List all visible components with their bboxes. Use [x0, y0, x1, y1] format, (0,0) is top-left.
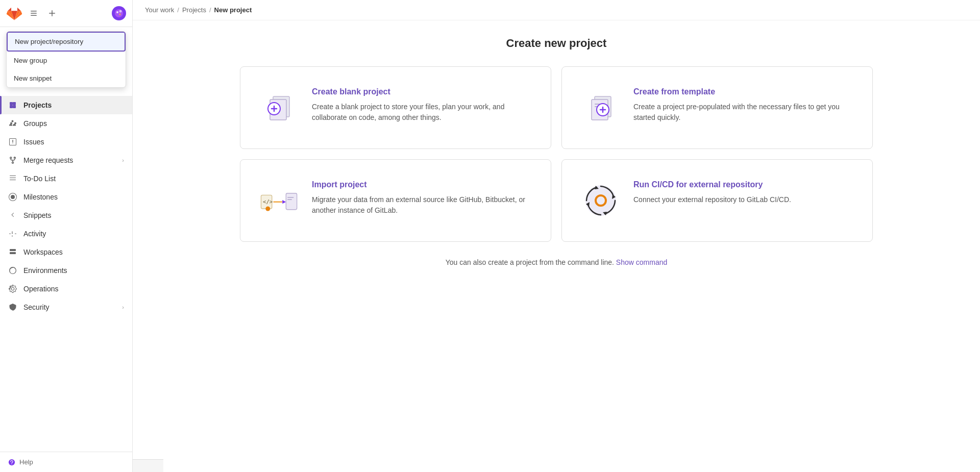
- svg-point-9: [11, 463, 12, 464]
- svg-point-4: [115, 9, 123, 17]
- svg-rect-1: [31, 13, 37, 14]
- breadcrumb-projects[interactable]: Projects: [182, 6, 206, 14]
- svg-point-5: [116, 11, 118, 13]
- breadcrumb-your-work[interactable]: Your work: [145, 6, 174, 14]
- breadcrumb-sep-1: /: [177, 6, 179, 14]
- sidebar-item-activity[interactable]: Activity: [0, 225, 132, 243]
- environments-icon: [8, 266, 17, 275]
- sidebar-item-milestones-label: Milestones: [23, 193, 58, 201]
- sidebar-item-environments[interactable]: Environments: [0, 261, 132, 280]
- sidebar-toggle-button[interactable]: [27, 6, 41, 20]
- page-title: Create new project: [157, 37, 955, 50]
- import-project-title: Import project: [312, 180, 532, 189]
- sidebar-item-snippets[interactable]: Snippets: [0, 206, 132, 225]
- svg-rect-2: [31, 15, 37, 16]
- sidebar-item-projects[interactable]: Projects: [0, 96, 132, 114]
- blank-project-card[interactable]: Create blank project Create a blank proj…: [240, 66, 551, 149]
- merge-requests-icon: [8, 156, 17, 165]
- main-content: Your work / Projects / New project Creat…: [133, 0, 980, 472]
- svg-point-6: [119, 10, 122, 13]
- import-project-card[interactable]: </> Import project Migrate your da: [240, 159, 551, 242]
- merge-requests-chevron-icon: ›: [122, 157, 124, 163]
- project-type-cards: Create blank project Create a blank proj…: [240, 66, 873, 242]
- sidebar-item-security-label: Security: [23, 303, 50, 311]
- sidebar-item-groups-label: Groups: [23, 119, 47, 128]
- cicd-project-card[interactable]: Run CI/CD for external repository Connec…: [561, 159, 873, 242]
- sidebar-item-issues[interactable]: Issues: [0, 133, 132, 151]
- svg-rect-23: [286, 193, 297, 210]
- sidebar-footer: Help: [0, 452, 132, 472]
- sidebar-item-snippets-label: Snippets: [23, 211, 51, 219]
- svg-point-26: [585, 185, 616, 216]
- sidebar-item-todo[interactable]: To-Do List: [0, 169, 132, 188]
- template-project-description: Create a project pre-populated with the …: [633, 102, 854, 123]
- sidebar-item-security[interactable]: Security ›: [0, 298, 132, 316]
- help-label: Help: [19, 458, 33, 466]
- page-content: Create new project Create blank project: [133, 20, 980, 293]
- svg-rect-24: [287, 197, 293, 198]
- template-project-title: Create from template: [633, 87, 854, 96]
- todo-icon: [8, 174, 17, 183]
- cicd-project-icon: [580, 180, 621, 221]
- sidebar-item-merge-requests-label: Merge requests: [23, 156, 73, 164]
- sidebar-item-milestones[interactable]: Milestones: [0, 188, 132, 206]
- dropdown-new-snippet[interactable]: New snippet: [7, 69, 126, 87]
- gitlab-logo-icon[interactable]: [6, 5, 22, 21]
- sidebar: New project/repository New group New sni…: [0, 0, 133, 472]
- groups-icon: [8, 119, 17, 128]
- sidebar-item-issues-label: Issues: [23, 138, 44, 146]
- template-project-icon: [580, 87, 621, 128]
- template-project-text: Create from template Create a project pr…: [633, 87, 854, 123]
- sidebar-item-groups[interactable]: Groups: [0, 114, 132, 133]
- sidebar-item-merge-requests[interactable]: Merge requests ›: [0, 151, 132, 169]
- footer-info: You can also create a project from the c…: [157, 258, 955, 277]
- svg-point-7: [119, 14, 121, 15]
- sidebar-item-activity-label: Activity: [23, 230, 46, 238]
- cicd-project-title: Run CI/CD for external repository: [633, 180, 791, 189]
- issues-icon: [8, 137, 17, 146]
- dropdown-new-project[interactable]: New project/repository: [7, 32, 126, 52]
- sidebar-item-workspaces[interactable]: Workspaces: [0, 243, 132, 261]
- svg-point-8: [9, 459, 15, 465]
- milestones-icon: [8, 192, 17, 202]
- sidebar-item-todo-label: To-Do List: [23, 175, 56, 183]
- cicd-project-text: Run CI/CD for external repository Connec…: [633, 180, 791, 205]
- activity-icon: [8, 229, 17, 238]
- sidebar-item-operations-label: Operations: [23, 285, 58, 293]
- breadcrumb-current: New project: [214, 6, 252, 14]
- sidebar-nav: Projects Groups Issues: [0, 92, 132, 452]
- breadcrumb-sep-2: /: [209, 6, 211, 14]
- svg-point-20: [265, 207, 270, 211]
- template-project-card[interactable]: Create from template Create a project pr…: [561, 66, 873, 149]
- blank-project-text: Create blank project Create a blank proj…: [312, 87, 532, 123]
- sidebar-item-workspaces-label: Workspaces: [23, 248, 63, 256]
- new-item-button[interactable]: [45, 6, 59, 20]
- blank-project-icon: [259, 87, 300, 128]
- breadcrumb: Your work / Projects / New project: [133, 0, 980, 20]
- user-avatar-button[interactable]: [112, 6, 126, 20]
- operations-icon: [8, 284, 17, 293]
- security-icon: [8, 303, 17, 312]
- security-chevron-icon: ›: [122, 304, 124, 310]
- cicd-project-description: Connect your external repository to GitL…: [633, 194, 791, 205]
- new-item-dropdown: New project/repository New group New sni…: [6, 31, 126, 88]
- sidebar-topbar: [0, 0, 132, 27]
- workspaces-icon: [8, 247, 17, 257]
- import-project-text: Import project Migrate your data from an…: [312, 180, 532, 216]
- import-project-description: Migrate your data from an external sourc…: [312, 194, 532, 216]
- svg-rect-0: [31, 11, 37, 12]
- sidebar-item-projects-label: Projects: [23, 101, 52, 109]
- help-icon: [8, 459, 15, 466]
- show-command-link[interactable]: Show command: [616, 258, 667, 266]
- footer-text-content: You can also create a project from the c…: [446, 258, 616, 266]
- svg-marker-22: [282, 200, 286, 204]
- sidebar-item-operations[interactable]: Operations: [0, 280, 132, 298]
- import-project-icon: </>: [259, 180, 300, 221]
- svg-text:</>: </>: [263, 198, 273, 205]
- dropdown-new-group[interactable]: New group: [7, 52, 126, 69]
- blank-project-title: Create blank project: [312, 87, 532, 96]
- snippets-icon: [8, 211, 17, 220]
- svg-rect-25: [287, 199, 292, 200]
- blank-project-description: Create a blank project to store your fil…: [312, 102, 532, 123]
- sidebar-item-environments-label: Environments: [23, 266, 67, 275]
